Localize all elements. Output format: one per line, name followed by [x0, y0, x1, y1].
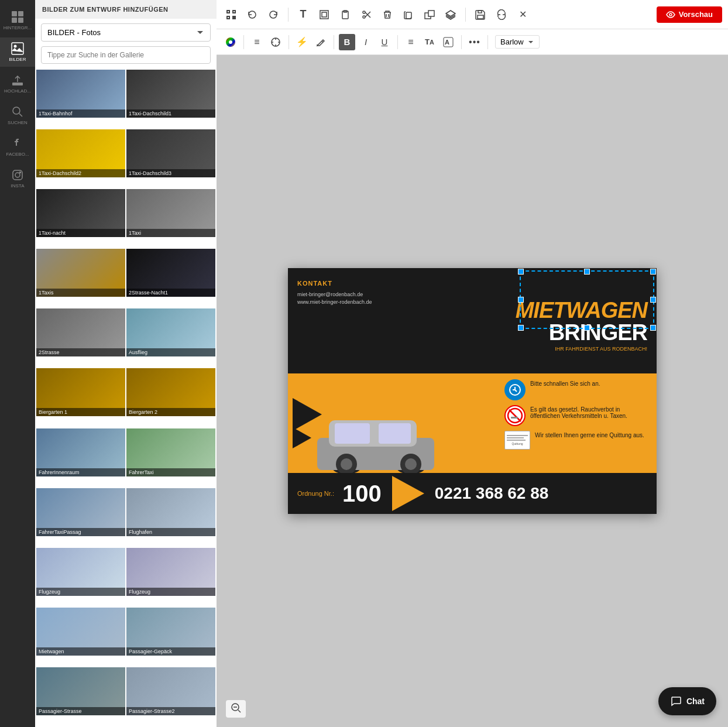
italic-button[interactable]: I: [358, 34, 374, 50]
handle-bottom-right[interactable]: [650, 325, 656, 331]
design-canvas[interactable]: KONTAKT miet-bringer@rodenbach.de www.mi…: [288, 268, 657, 514]
align-text-button[interactable]: ≡: [403, 34, 419, 50]
handle-top-right[interactable]: [650, 269, 656, 275]
handle-top-middle[interactable]: [584, 269, 590, 275]
canvas-top-section: KONTAKT miet-bringer@rodenbach.de www.mi…: [288, 268, 657, 373]
image-label-ausflug: Ausflieg: [126, 348, 215, 356]
underline-button[interactable]: U: [376, 34, 393, 50]
font-name: Barlow: [500, 37, 524, 46]
canvas-bottom-section: Ordnung Nr.: 100 0221 368 62 88: [288, 473, 657, 514]
sidebar-item-bilder[interactable]: BILDER: [0, 37, 35, 67]
align-button[interactable]: ≡: [249, 34, 265, 50]
image-item-1taxi-dachschild3[interactable]: 1Taxi-Dachschild3: [126, 129, 215, 177]
sidebar-item-hochladen[interactable]: HOCHLAD...: [0, 69, 35, 98]
handle-right-middle[interactable]: [650, 297, 656, 303]
image-item-1taxi-bahnhof[interactable]: 1Taxi-Bahnhof: [36, 70, 125, 118]
image-item-biergarten1[interactable]: Biergarten 1: [36, 368, 125, 416]
image-grid: 1Taxi-Bahnhof1Taxi-Dachschild11Taxi-Dach…: [35, 68, 217, 727]
save-button[interactable]: [472, 6, 489, 23]
image-item-1taxi-dachschild1[interactable]: 1Taxi-Dachschild1: [126, 70, 215, 118]
svg-rect-19: [322, 12, 327, 17]
chat-button[interactable]: Chat: [658, 687, 716, 715]
svg-line-56: [238, 710, 241, 712]
main-area: T: [217, 0, 728, 727]
canvas-brand-section: MIETWAGEN BRINGER IHR FAHRDIENST AUS ROD…: [405, 268, 657, 373]
image-label-fahrertaxipassag: FahrerTaxiPassag: [36, 528, 125, 536]
image-item-biergarten2[interactable]: Biergarten 2: [126, 368, 215, 416]
image-item-1taxis[interactable]: 1Taxis: [36, 249, 125, 297]
sidebar-item-suchen[interactable]: SUCHEN: [0, 101, 35, 130]
image-item-flughafen[interactable]: Flughafen: [126, 488, 215, 536]
sidebar-item-hintergrund[interactable]: HINTERGR...: [0, 6, 35, 35]
category-dropdown[interactable]: BILDER - Fotos: [41, 23, 211, 42]
refresh-button[interactable]: [493, 6, 510, 23]
image-item-1taxi-dachschild2[interactable]: 1Taxi-Dachschild2: [36, 129, 125, 177]
handle-bottom-left[interactable]: [518, 325, 524, 331]
receipt-icon: Quittung: [504, 431, 530, 450]
sidebar-item-insta[interactable]: INSTA: [0, 164, 35, 193]
sidebar-label-bilder: BILDER: [9, 57, 26, 62]
phone-number: 0221 368 62 88: [435, 485, 549, 502]
preview-label: Vorschau: [679, 10, 713, 19]
divider-fmt-3: [334, 35, 334, 49]
delete-button[interactable]: [379, 6, 396, 23]
flash-button[interactable]: ⚡: [294, 34, 310, 50]
image-item-2strasse-nacht1[interactable]: 2Strasse-Nacht1: [126, 249, 215, 297]
text-case-icon: A: [443, 37, 454, 47]
image-item-ausflug[interactable]: Ausflieg: [126, 308, 215, 356]
text-button[interactable]: T: [294, 6, 312, 23]
image-item-mietwagen[interactable]: Mietwagen: [36, 608, 125, 656]
search-input[interactable]: [41, 46, 211, 64]
svg-rect-3: [18, 18, 23, 23]
image-item-1taxi[interactable]: 1Taxi: [126, 189, 215, 237]
image-item-flugzeug2[interactable]: Flugzeug: [126, 548, 215, 596]
layers-button[interactable]: [442, 6, 459, 23]
image-label-mietwagen: Mietwagen: [36, 647, 125, 656]
arrange-button[interactable]: [421, 6, 438, 23]
top-toolbar: T: [217, 0, 728, 29]
image-item-passagier-strasse[interactable]: Passagier-Strasse: [36, 667, 125, 715]
bold-button[interactable]: B: [339, 34, 355, 50]
rules-section: Bitte schnallen Sie sich an. Es gilt das…: [504, 379, 647, 450]
font-selector[interactable]: Barlow: [495, 35, 540, 49]
image-item-fahrertaxi[interactable]: FahrerTaxi: [126, 428, 215, 476]
copy-button[interactable]: [400, 6, 417, 23]
clipboard-button[interactable]: [336, 6, 354, 23]
image-item-passagier-gepaeck[interactable]: Passagier-Gepäck: [126, 608, 215, 656]
image-item-flugzeug1[interactable]: Flugzeug: [36, 548, 125, 596]
chat-bubble-icon: [670, 695, 682, 707]
scissors-button[interactable]: [358, 6, 375, 23]
image-label-1taxi-nacht: 1Taxi-nacht: [36, 229, 125, 237]
image-item-1taxi-nacht[interactable]: 1Taxi-nacht: [36, 189, 125, 237]
color-button[interactable]: [222, 34, 239, 50]
layers-icon: [445, 9, 456, 20]
image-label-passagier-strasse2: Passagier-Strasse2: [126, 707, 215, 715]
rule-seatbelt: Bitte schnallen Sie sich an.: [504, 379, 647, 400]
text-size-button[interactable]: TA: [421, 34, 438, 50]
svg-point-23: [363, 16, 365, 18]
close-button[interactable]: ✕: [514, 6, 531, 23]
frame-button[interactable]: [315, 6, 333, 23]
image-item-passagier-strasse2[interactable]: Passagier-Strasse2: [126, 667, 215, 715]
canvas-area: KONTAKT miet-bringer@rodenbach.de www.mi…: [217, 55, 728, 727]
image-item-2strasse[interactable]: 2Strasse: [36, 308, 125, 356]
image-item-fahrerinnenraum[interactable]: FahrerInnenraum: [36, 428, 125, 476]
sidebar-item-facebook[interactable]: FACEBO...: [0, 132, 35, 162]
handle-top-left[interactable]: [518, 269, 524, 275]
preview-button[interactable]: Vorschau: [657, 6, 722, 23]
redo-button[interactable]: [265, 6, 282, 23]
zoom-control[interactable]: [226, 700, 246, 718]
svg-point-22: [363, 11, 365, 13]
qr-button[interactable]: [222, 6, 240, 23]
effects-button[interactable]: [267, 34, 284, 50]
svg-point-7: [13, 107, 20, 114]
more-button[interactable]: •••: [466, 34, 483, 50]
save-icon: [475, 9, 486, 20]
undo-button[interactable]: [243, 6, 261, 23]
rule-receipt: Quittung Wir stellen Ihnen gerne eine Qu…: [504, 431, 647, 450]
image-item-fahrertaxipassag[interactable]: FahrerTaxiPassag: [36, 488, 125, 536]
erase-button[interactable]: [313, 34, 329, 50]
svg-line-37: [322, 41, 323, 42]
redo-icon: [268, 9, 279, 20]
text-case-button[interactable]: A: [440, 34, 456, 50]
